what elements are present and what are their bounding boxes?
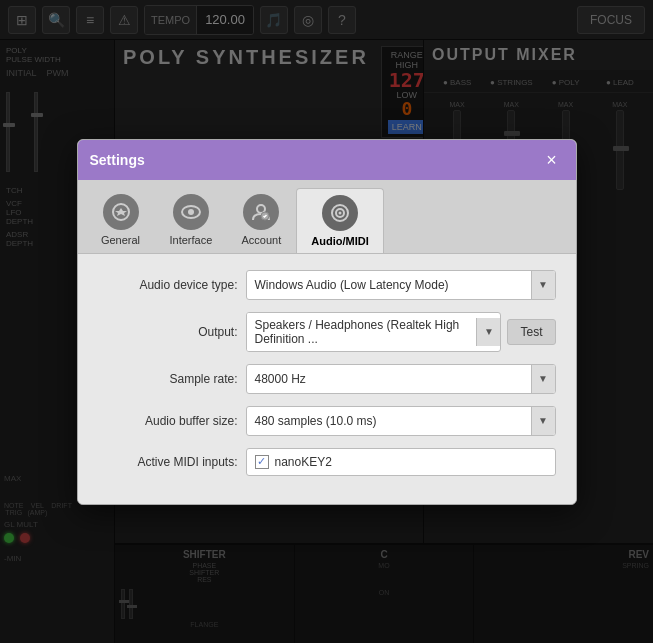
general-tab-icon xyxy=(103,194,139,230)
audio-device-type-select[interactable]: Windows Audio (Low Latency Mode) ▼ xyxy=(246,270,556,300)
audio-device-type-label: Audio device type: xyxy=(98,278,238,292)
dialog-overlay: Settings × General xyxy=(0,0,653,643)
midi-inputs-label: Active MIDI inputs: xyxy=(98,455,238,469)
audio-device-type-row: Audio device type: Windows Audio (Low La… xyxy=(98,270,556,300)
interface-tab-icon xyxy=(173,194,209,230)
sample-rate-value: 48000 Hz xyxy=(247,367,531,391)
sample-rate-control: 48000 Hz ▼ xyxy=(246,364,556,394)
audio-buffer-control: 480 samples (10.0 ms) ▼ xyxy=(246,406,556,436)
svg-point-2 xyxy=(188,209,194,215)
dialog-close-button[interactable]: × xyxy=(540,148,564,172)
audio-buffer-label: Audio buffer size: xyxy=(98,414,238,428)
interface-tab-label: Interface xyxy=(170,234,213,246)
account-tab-label: Account xyxy=(241,234,281,246)
audio-device-type-value: Windows Audio (Low Latency Mode) xyxy=(247,273,531,297)
audio-buffer-arrow[interactable]: ▼ xyxy=(531,407,555,435)
tab-interface[interactable]: Interface xyxy=(156,188,227,253)
output-row: Output: Speakers / Headphones (Realtek H… xyxy=(98,312,556,352)
settings-dialog: Settings × General xyxy=(77,139,577,505)
tab-audiomidi[interactable]: Audio/MIDI xyxy=(296,188,383,253)
audio-buffer-value: 480 samples (10.0 ms) xyxy=(247,409,531,433)
sample-rate-select[interactable]: 48000 Hz ▼ xyxy=(246,364,556,394)
audiomidi-tab-label: Audio/MIDI xyxy=(311,235,368,247)
midi-device-checkbox[interactable]: ✓ xyxy=(255,455,269,469)
output-value: Speakers / Headphones (Realtek High Defi… xyxy=(247,313,477,351)
svg-point-7 xyxy=(339,211,342,214)
sample-rate-label: Sample rate: xyxy=(98,372,238,386)
dialog-tabs: General Interface xyxy=(78,180,576,254)
audio-buffer-row: Audio buffer size: 480 samples (10.0 ms)… xyxy=(98,406,556,436)
midi-inputs-row: Active MIDI inputs: ✓ nanoKEY2 xyxy=(98,448,556,476)
midi-device-name: nanoKEY2 xyxy=(275,455,332,469)
output-arrow[interactable]: ▼ xyxy=(476,318,500,346)
sample-rate-row: Sample rate: 48000 Hz ▼ xyxy=(98,364,556,394)
audio-buffer-select[interactable]: 480 samples (10.0 ms) ▼ xyxy=(246,406,556,436)
general-tab-label: General xyxy=(101,234,140,246)
audio-device-type-arrow[interactable]: ▼ xyxy=(531,271,555,299)
test-button[interactable]: Test xyxy=(507,319,555,345)
midi-inputs-control: ✓ nanoKEY2 xyxy=(246,448,556,476)
output-select[interactable]: Speakers / Headphones (Realtek High Defi… xyxy=(246,312,502,352)
account-tab-icon xyxy=(243,194,279,230)
audio-device-type-control: Windows Audio (Low Latency Mode) ▼ xyxy=(246,270,556,300)
midi-input-list: ✓ nanoKEY2 xyxy=(246,448,556,476)
tab-account[interactable]: Account xyxy=(226,188,296,253)
output-label: Output: xyxy=(98,325,238,339)
dialog-titlebar: Settings × xyxy=(78,140,576,180)
output-control: Speakers / Headphones (Realtek High Defi… xyxy=(246,312,556,352)
dialog-body: Audio device type: Windows Audio (Low La… xyxy=(78,254,576,504)
dialog-title: Settings xyxy=(90,152,145,168)
audiomidi-tab-icon xyxy=(322,195,358,231)
sample-rate-arrow[interactable]: ▼ xyxy=(531,365,555,393)
tab-general[interactable]: General xyxy=(86,188,156,253)
